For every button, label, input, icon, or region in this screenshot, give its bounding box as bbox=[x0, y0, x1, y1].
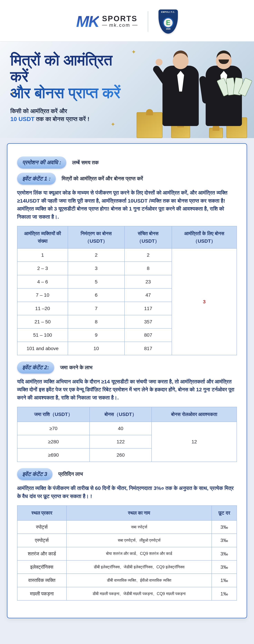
table-cell: 5 bbox=[68, 275, 124, 288]
event3-body: आमंत्रित व्यक्ति के पंजीकरण की तारीख से … bbox=[17, 484, 237, 500]
table-cell: 9 bbox=[68, 328, 124, 342]
table-row: मछली पकड़नाडीबी मछली पकड़ना、जेडीबी मछली … bbox=[17, 587, 237, 600]
t2-h0: जमा राशि（USDT） bbox=[17, 407, 90, 422]
table-cell: डीबी मछली पकड़ना、जेडीबी मछली पकड़ना、CQ9 … bbox=[66, 587, 212, 600]
table-cell: 6 bbox=[68, 288, 124, 302]
table-cell: 11 –20 bbox=[17, 302, 68, 315]
t3-h2: छूट दर bbox=[212, 506, 237, 520]
hero-person-2 bbox=[206, 66, 242, 126]
t1-h3: आमंत्रितों के लिए बोनस（USDT） bbox=[172, 226, 237, 248]
event1-title: मित्रों को आमंत्रित करें और बोनस प्राप्त… bbox=[62, 174, 143, 183]
table-cell: 2 bbox=[124, 248, 172, 262]
header-divider bbox=[148, 11, 148, 32]
table-cell: डीबी इलेक्ट्रॉनिक्स、जेडीबी इलेक्ट्रॉनिक्… bbox=[66, 560, 212, 574]
table-cell: 807 bbox=[124, 328, 172, 342]
table-row: वास्तविक व्यक्तिडीबी वास्तविक व्यक्ति、ईव… bbox=[17, 574, 237, 587]
table-cell: बोया शतरंज और कार्ड、CQ9 शतरंज और कार्ड bbox=[66, 547, 212, 560]
pill-promotion-period: प्रमोशन की अवधि : bbox=[17, 156, 66, 168]
table-cell: 51 – 100 bbox=[17, 328, 68, 342]
table-cell: 101 and above bbox=[17, 342, 68, 355]
table-cell: 7 bbox=[68, 302, 124, 315]
table-cell: 1 bbox=[17, 248, 68, 262]
table-cell: 8 bbox=[124, 262, 172, 275]
site-header: MK SPORTS mk.com E 1920 bbox=[0, 0, 254, 42]
table-cell: मछली पकड़ना bbox=[17, 587, 66, 600]
table-header-row: जमा राशि（USDT） बोनस（USDT） बोनस रोलओवर आव… bbox=[17, 407, 237, 422]
table-cell: 3‰ bbox=[212, 560, 237, 574]
table-row: शतरंज और कार्डबोया शतरंज और कार्ड、CQ9 शत… bbox=[17, 547, 237, 560]
promotion-period-value: लम्बें समय तक bbox=[72, 158, 99, 167]
hero-illustration bbox=[137, 57, 247, 138]
hero-title-line2: और बोनस प्राप्त करें bbox=[10, 85, 130, 101]
event3-header-row: इवेंट कंटेंट 3 प्रतिदिन लाभ bbox=[17, 468, 237, 480]
app-phones-graphic bbox=[14, 641, 102, 644]
hero-title-line1: मित्रों को आमंत्रित करें bbox=[10, 52, 130, 85]
hero-text: मित्रों को आमंत्रित करें और बोनस प्राप्त… bbox=[10, 52, 130, 123]
table-cell-merged: 3 bbox=[172, 248, 237, 355]
t1-h1: निमंत्रण का बोनस（USDT） bbox=[68, 226, 124, 248]
table-cell: शतरंज और कार्ड bbox=[17, 547, 66, 560]
table-cell: 3‰ bbox=[212, 547, 237, 560]
event1-body: प्रमोशन लिंक या क्यूआर कोड के माध्यम से … bbox=[17, 189, 237, 221]
pill-event-1: इवेंट कंटेंट 1 : bbox=[17, 173, 56, 185]
hero-sub-highlight: 10 USDT bbox=[10, 116, 35, 122]
table-cell: 260 bbox=[90, 448, 152, 462]
table-cell: 3‰ bbox=[212, 534, 237, 547]
table-row: एस्पोर्ट्ससबा एस्पोर्ट्स、लीहुओ एस्पोर्ट्… bbox=[17, 534, 237, 547]
cash-fan-icon bbox=[226, 78, 254, 97]
logo-subtitle: mk.com bbox=[102, 22, 138, 28]
empoli-badge-letter: E bbox=[163, 17, 174, 28]
table-cell: 3‰ bbox=[212, 520, 237, 534]
table-cell: 817 bbox=[124, 342, 172, 355]
t1-h2: संचित बोनस（USDT） bbox=[124, 226, 172, 248]
table-cell: 2 bbox=[68, 248, 124, 262]
table-cell: 40 bbox=[90, 422, 152, 435]
table-row: इलेक्ट्रॉनिक्सडीबी इलेक्ट्रॉनिक्स、जेडीबी… bbox=[17, 560, 237, 574]
promotion-period-row: प्रमोशन की अवधि : लम्बें समय तक bbox=[17, 156, 237, 168]
logo-sports-word: SPORTS bbox=[102, 14, 138, 23]
event2-title: जमा करने के लाभ bbox=[60, 364, 92, 372]
table-cell: स्पोर्ट्स bbox=[17, 520, 66, 534]
event3-rebate-table: स्थल प्रकार स्थल का नाम छूट दर स्पोर्ट्स… bbox=[17, 506, 237, 600]
promotion-card: प्रमोशन की अवधि : लम्बें समय तक इवेंट कं… bbox=[7, 143, 247, 618]
event2-deposit-table: जमा राशि（USDT） बोनस（USDT） बोनस रोलओवर आव… bbox=[17, 407, 237, 462]
table-cell: 1‰ bbox=[212, 574, 237, 587]
table-cell: सबा एस्पोर्ट्स、लीहुओ एस्पोर्ट्स bbox=[66, 534, 212, 547]
table-cell: 47 bbox=[124, 288, 172, 302]
table-cell: 8 bbox=[68, 315, 124, 328]
table-header-row: आमंत्रित व्यक्तियों की संख्या निमंत्रण क… bbox=[17, 226, 237, 248]
hero-banner: ✦ ✦ ✦ मित्रों को आमंत्रित करें और बोनस प… bbox=[0, 42, 254, 138]
pill-event-3: इवेंट कंटेंट 3 bbox=[17, 468, 53, 480]
table-cell: ≥690 bbox=[17, 448, 90, 462]
event3-title: प्रतिदिन लाभ bbox=[58, 470, 83, 478]
table-cell: ≥280 bbox=[17, 435, 90, 448]
table-cell: 1‰ bbox=[212, 587, 237, 600]
hero-person-1 bbox=[163, 66, 199, 126]
table-cell-merged: 12 bbox=[152, 422, 237, 462]
table-row: ≥704012 bbox=[17, 422, 237, 435]
table-cell: वास्तविक व्यक्ति bbox=[17, 574, 66, 587]
hero-subtitle: किसी को आमंत्रित करें और 10 USDT तक का ब… bbox=[10, 107, 130, 123]
app-download-footer: APP डाउनलोड करने के लिए स्कैन करें APP ड… bbox=[0, 629, 254, 644]
t2-h1: बोनस（USDT） bbox=[90, 407, 152, 422]
table-row: स्पोर्ट्ससबा स्पोर्ट्स3‰ bbox=[17, 520, 237, 534]
table-cell: सबा स्पोर्ट्स bbox=[66, 520, 212, 534]
table-cell: डीबी वास्तविक व्यक्ति、ईवीओ वास्तविक व्यक… bbox=[66, 574, 212, 587]
empoli-badge-year: 1920 bbox=[159, 28, 178, 30]
table-cell: 3 bbox=[68, 262, 124, 275]
hero-sub-line1: किसी को आमंत्रित करें और bbox=[10, 108, 67, 114]
table-cell: 10 bbox=[68, 342, 124, 355]
t3-h0: स्थल प्रकार bbox=[17, 506, 66, 520]
table-cell: 2 – 3 bbox=[17, 262, 68, 275]
table-cell: 122 bbox=[90, 435, 152, 448]
empoli-badge: E 1920 bbox=[159, 10, 178, 34]
table-row: 1223 bbox=[17, 248, 237, 262]
table-header-row: स्थल प्रकार स्थल का नाम छूट दर bbox=[17, 506, 237, 520]
t2-h2: बोनस रोलओवर आवश्यकता bbox=[152, 407, 237, 422]
table-cell: 7 – 10 bbox=[17, 288, 68, 302]
t1-h0: आमंत्रित व्यक्तियों की संख्या bbox=[17, 226, 68, 248]
table-cell: एस्पोर्ट्स bbox=[17, 534, 66, 547]
table-cell: 23 bbox=[124, 275, 172, 288]
table-cell: 117 bbox=[124, 302, 172, 315]
hero-sub-line2: तक का बोनस प्राप्त करें ! bbox=[35, 116, 89, 122]
